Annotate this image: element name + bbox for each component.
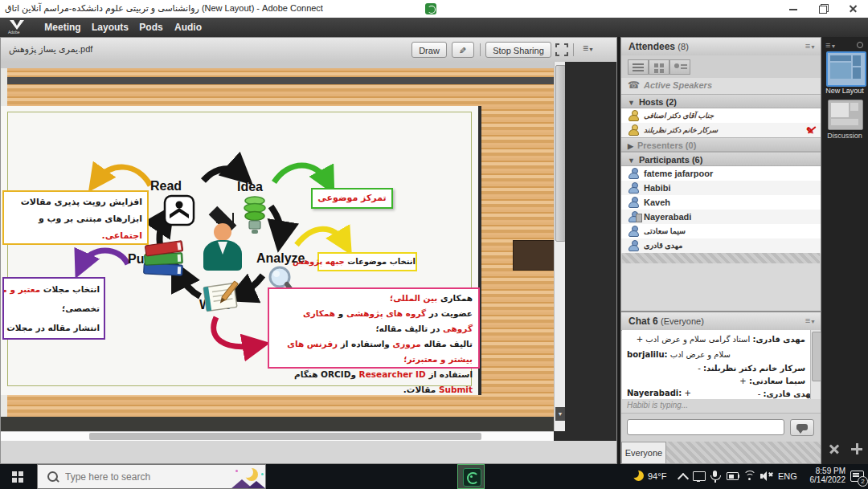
attendee-row-host2[interactable]: سرکار خانم دکتر نظربلند ✎ xyxy=(621,123,821,138)
host-icon xyxy=(628,110,639,121)
adobe-logo-icon[interactable]: Adobe xyxy=(8,20,26,35)
pod-empty-area xyxy=(565,62,616,431)
layout-label-discussion[interactable]: Discussion xyxy=(821,132,868,140)
chat-message: مهدی قادری: استاد گرامی سلام و عرض ادب + xyxy=(627,335,805,344)
layout-thumb-discussion[interactable] xyxy=(828,100,863,130)
tray-microphone-icon[interactable] xyxy=(710,471,721,483)
menu-audio[interactable]: Audio xyxy=(172,18,204,37)
attendee-row[interactable]: سیما سعادتی xyxy=(621,224,821,239)
tray-time: 8:59 PM xyxy=(804,467,845,475)
horizontal-scrollbar[interactable] xyxy=(1,431,554,441)
tray-temperature[interactable]: 94°F xyxy=(648,471,666,481)
share-pod-menu-icon[interactable]: ≡▼ xyxy=(583,43,594,54)
attendee-name: جناب آقای دکتر اصنافی xyxy=(644,108,714,123)
attendee-row-host1[interactable]: جناب آقای دکتر اصنافی xyxy=(621,108,821,124)
chat-message: سرکار خانم دکتر نظربلند: - xyxy=(627,364,805,373)
attendee-row[interactable]: مهدی قادری xyxy=(621,238,821,254)
collab-line1: همکاری بین المللی؛ xyxy=(275,291,473,306)
journals-line2: تخصصی؛ xyxy=(8,299,100,318)
taskbar-connect-icon xyxy=(463,468,481,487)
app-icon xyxy=(425,3,436,14)
grid-view-button[interactable] xyxy=(649,59,669,75)
tray-meetnow-icon[interactable] xyxy=(693,471,706,481)
close-button[interactable] xyxy=(839,0,866,18)
chat-scrollbar[interactable] xyxy=(810,330,821,399)
draw-button[interactable]: Draw xyxy=(411,42,447,58)
window-title: اتاق‎ آنلاین‎ مراسم‎-دانشکده‎ علوم‎ تربی… xyxy=(5,3,323,14)
status-view-button[interactable] xyxy=(669,59,690,75)
phone-device-icon xyxy=(636,214,642,222)
attendees-header: Attendees (8) ≡▼ xyxy=(621,38,821,56)
tray-battery-icon[interactable] xyxy=(727,472,739,480)
tray-mute-icon[interactable] xyxy=(760,471,773,481)
taskbar-connect-tile[interactable] xyxy=(457,464,485,489)
chat-scrollbar-thumb[interactable] xyxy=(812,332,821,381)
chat-send-button[interactable] xyxy=(790,419,814,436)
hosts-section-header[interactable]: ▼Hosts (2) xyxy=(621,94,821,108)
menu-layouts[interactable]: Layouts xyxy=(90,18,130,37)
minimize-button[interactable] xyxy=(780,0,807,18)
add-layout-icon[interactable] xyxy=(850,442,863,455)
tray-language[interactable]: ENG xyxy=(778,471,797,481)
attendee-row[interactable]: Habibi xyxy=(621,181,821,196)
document-viewport[interactable]: Read Idea Analyze Write Publish xyxy=(1,62,554,431)
attendees-title: Attendees (8) xyxy=(628,41,689,52)
drawing-disabled-icon: ✎ xyxy=(806,124,814,138)
toolbar-separator xyxy=(480,43,481,56)
chat-menu-icon[interactable]: ≡▼ xyxy=(805,316,816,325)
collab-line2: عضویت در گروه های پژوهشی و همکاری گروهی … xyxy=(275,306,473,336)
menubar: Adobe Meeting Layouts Pods Audio ▼ ▼ xyxy=(0,18,868,38)
pen-tool-button[interactable]: ✎ xyxy=(452,42,474,58)
presenters-section-header[interactable]: ▶Presenters (0) xyxy=(621,137,821,152)
layout-label-new[interactable]: New Layout xyxy=(821,87,868,95)
weather-moon-icon[interactable] xyxy=(632,471,644,483)
layout-thumb-new-layout[interactable] xyxy=(826,51,866,87)
pen-icon: ✎ xyxy=(459,43,466,59)
visibility-textbox: افزایش رویت پذیری مقالات ابزارهای مبتنی … xyxy=(2,190,149,245)
menu-pods[interactable]: Pods xyxy=(137,18,166,37)
adobe-logo-text: Adobe xyxy=(8,30,19,35)
fullscreen-icon[interactable] xyxy=(555,43,568,56)
attendee-row[interactable]: Kaveh xyxy=(621,195,821,210)
attendee-row[interactable]: fateme jafarpoor xyxy=(621,166,821,181)
vertical-scrollbar[interactable]: ▼ xyxy=(554,62,565,431)
close-layout-icon[interactable] xyxy=(828,442,841,455)
chat-pod: Chat 6 (Everyone) ≡▼ مهدی قادری: استاد گ… xyxy=(620,312,821,464)
attendee-name: Habibi xyxy=(644,181,671,195)
read-icon xyxy=(163,194,195,226)
list-view-button[interactable] xyxy=(628,59,649,75)
taskbar-search[interactable] xyxy=(37,464,266,489)
scroll-down-button[interactable]: ▼ xyxy=(555,407,565,421)
screen: اتاق‎ آنلاین‎ مراسم‎-دانشکده‎ علوم‎ تربی… xyxy=(0,0,868,489)
collab-line3: تالیف مقاله مروری واستفاده از رفرنس های … xyxy=(275,336,473,367)
tray-clock[interactable]: 8:59 PM 6/14/2022 xyxy=(804,467,845,484)
pin-icon[interactable] xyxy=(857,42,863,48)
chat-tab-everyone[interactable]: Everyone xyxy=(621,442,666,463)
chat-input[interactable] xyxy=(627,419,784,435)
search-input[interactable] xyxy=(63,469,195,485)
tray-wifi-icon[interactable] xyxy=(743,471,755,482)
attendees-menu-icon[interactable]: ≡▼ xyxy=(805,41,816,51)
participants-section-header[interactable]: ▼Participants (6) xyxy=(621,152,821,166)
tray-notifications-icon[interactable]: 2 xyxy=(850,471,864,482)
notification-badge: 2 xyxy=(858,476,868,487)
attendee-row[interactable]: Nayerabadi xyxy=(621,210,821,225)
chat-tab-strip xyxy=(666,442,821,463)
restore-button[interactable] xyxy=(809,0,836,18)
participant-icon xyxy=(628,226,639,237)
host-icon xyxy=(628,124,639,136)
arrow-idea-to-topic-box xyxy=(274,165,328,182)
start-button[interactable] xyxy=(0,464,37,489)
tray-chevron-icon[interactable] xyxy=(678,473,689,484)
horizontal-scrollbar-thumb[interactable] xyxy=(89,433,481,440)
participant-icon xyxy=(628,197,639,208)
journals-line1: انتخاب مجلات معتبر و مش xyxy=(8,279,100,299)
stage: پژوهش‎ یساز‎ یمری‎.pdf Draw ✎ Stop Shari… xyxy=(0,37,868,464)
stop-sharing-button[interactable]: Stop Sharing xyxy=(485,42,551,58)
chat-message: مهدی قادری: - xyxy=(627,389,816,398)
layouts-menu-icon[interactable]: ≡▼ xyxy=(825,40,836,50)
menu-meeting[interactable]: Meeting xyxy=(42,18,84,37)
attendees-resize-grip xyxy=(622,253,820,263)
typing-indicator: Habibi is typing... xyxy=(627,401,688,410)
label-read: Read xyxy=(150,179,182,194)
